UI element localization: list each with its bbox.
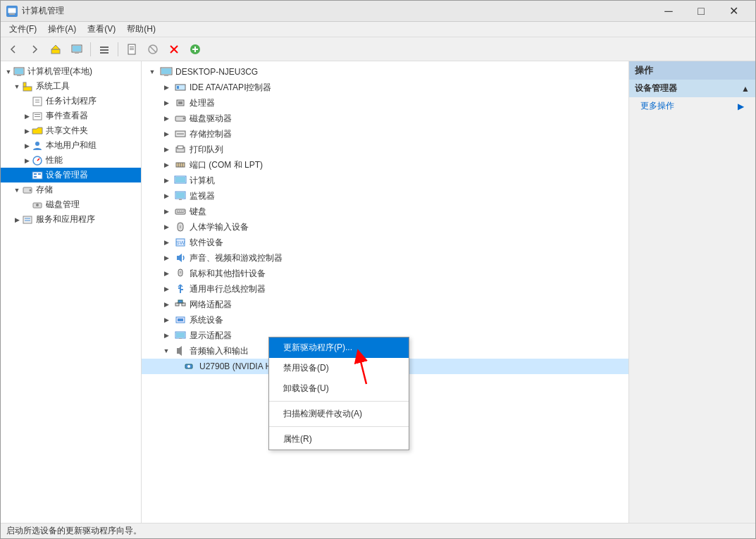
device-port[interactable]: ▶ 端口 (COM 和 LPT) [142,157,628,173]
ctx-disable-device[interactable]: 禁用设备(D) [269,358,409,378]
menu-action[interactable]: 操作(A) [42,22,82,37]
svg-rect-24 [23,87,32,91]
sidebar-system-tools[interactable]: ▼ 系统工具 [1,79,141,94]
maximize-button[interactable]: □ [685,1,717,22]
cpu-expand: ▶ [161,98,171,108]
device-print[interactable]: ▶ 打印队列 [142,142,628,157]
device-network[interactable]: ▶ 网络适配器 [142,297,628,312]
aio-label: 音频输入和输出 [190,345,249,357]
ctx-uninstall-device[interactable]: 卸载设备(U) [269,378,409,399]
device-root[interactable]: ▼ DESKTOP-NJEU3CG [142,64,628,80]
users-icon [32,140,43,151]
device-storage-ctrl[interactable]: ▶ 存储控制器 [142,126,628,142]
u2790b-expand [171,361,181,371]
svg-rect-64 [175,177,185,182]
services-icon [22,214,33,225]
sidebar-local-users[interactable]: ▶ 本地用户和组 [1,138,141,153]
device-keyboard[interactable]: ▶ 键盘 [142,204,628,219]
window-controls: ─ □ ✕ [652,1,750,22]
status-text: 启动所选设备的更新驱动程序向导。 [6,525,142,537]
sidebar-services[interactable]: ▶ 服务和应用程序 [1,212,141,227]
disable-button[interactable] [143,40,163,58]
device-cpu[interactable]: ▶ 处理器 [142,95,628,111]
device-monitor[interactable]: ▶ 监视器 [142,188,628,204]
svg-rect-95 [179,338,182,339]
sidebar-shared-folders[interactable]: ▶ 共享文件夹 [1,123,141,138]
menu-bar: 文件(F) 操作(A) 查看(V) 帮助(H) [1,22,755,37]
sidebar-task-scheduler[interactable]: 任务计划程序 [1,94,141,109]
lu-label: 本地用户和组 [46,140,97,151]
svg-rect-47 [161,68,171,74]
sidebar-storage[interactable]: ▼ 存储 [1,182,141,197]
sidebar-event-viewer[interactable]: ▶ 事件查看器 [1,109,141,123]
svg-rect-30 [35,114,40,115]
right-panel: 操作 设备管理器 ▲ 更多操作 ▶ [628,61,755,523]
port-expand: ▶ [161,160,171,170]
svg-rect-94 [176,333,185,337]
device-computer[interactable]: ▶ 计算机 [142,173,628,188]
ctx-separator-1 [269,401,409,402]
show-hide-button[interactable] [94,40,114,58]
svg-marker-3 [51,45,60,49]
ctx-scan-hardware[interactable]: 扫描检测硬件改动(A) [269,404,409,424]
usb-icon [174,283,187,295]
task-label: 任务计划程序 [46,95,97,107]
svg-rect-50 [177,86,179,89]
device-software[interactable]: ▶ SW 软件设备 [142,235,628,250]
svg-point-98 [187,365,190,368]
computer-button[interactable] [67,40,87,58]
sys-label: 系统设备 [190,314,223,326]
mon-expand: ▶ [161,191,171,201]
sidebar-device-manager[interactable]: 设备管理器 [1,168,141,182]
sc-expand: ▶ [161,129,171,139]
device-disk[interactable]: ▶ 磁盘驱动器 [142,111,628,126]
device-audio-ctrl[interactable]: ▶ 声音、视频和游戏控制器 [142,250,628,266]
svg-rect-92 [178,318,183,321]
root-dev-expand: ▼ [147,67,157,77]
device-system[interactable]: ▶ 系统设备 [142,312,628,328]
menu-help[interactable]: 帮助(H) [121,22,161,37]
software-icon: SW [174,236,187,249]
mouse-label: 鼠标和其他指针设备 [190,268,266,280]
keyboard-icon [174,205,187,218]
doc-button[interactable] [122,40,142,58]
perf-label: 性能 [46,154,63,166]
performance-icon [32,155,43,166]
delete-button[interactable] [164,40,184,58]
tools-icon [22,81,33,92]
folder-icon [32,125,43,137]
svg-rect-35 [32,172,42,179]
add-button[interactable] [185,40,205,58]
root-expand: ▼ [4,67,13,77]
svg-rect-71 [181,211,182,211]
ide-icon [174,81,187,94]
ctx-properties[interactable]: 属性(R) [269,429,409,450]
sidebar-performance[interactable]: ▶ 性能 [1,153,141,168]
disk2-expand: ▶ [161,113,171,123]
svg-rect-87 [182,303,185,306]
device-usb[interactable]: ▶ 通用串行总线控制器 [142,281,628,297]
ctx-update-driver[interactable]: 更新驱动程序(P)... [269,337,409,358]
close-button[interactable]: ✕ [717,1,750,22]
svg-rect-36 [34,173,37,175]
more-actions-item[interactable]: 更多操作 ▶ [629,97,755,115]
forward-button[interactable] [25,40,44,58]
svg-line-34 [37,159,39,161]
minimize-button[interactable]: ─ [652,1,685,22]
back-button[interactable] [4,40,23,58]
menu-file[interactable]: 文件(F) [4,22,42,37]
action-section[interactable]: 设备管理器 ▲ [629,80,755,97]
svg-rect-48 [164,75,168,76]
usb-label: 通用串行总线控制器 [190,283,266,295]
device-ide[interactable]: ▶ IDE ATA/ATAPI控制器 [142,80,628,95]
svg-rect-12 [130,48,134,49]
device-hid[interactable]: ▶ 人体学输入设备 [142,219,628,235]
system-icon [174,314,187,326]
sidebar-root[interactable]: ▼ 计算机管理(本地) [1,64,141,79]
device-mouse[interactable]: ▶ 鼠标和其他指针设备 [142,266,628,281]
kb-expand: ▶ [161,206,171,216]
task-icon [32,96,43,107]
up-button[interactable] [46,40,66,58]
sidebar-disk-mgmt[interactable]: 磁盘管理 [1,197,141,212]
menu-view[interactable]: 查看(V) [82,22,121,37]
